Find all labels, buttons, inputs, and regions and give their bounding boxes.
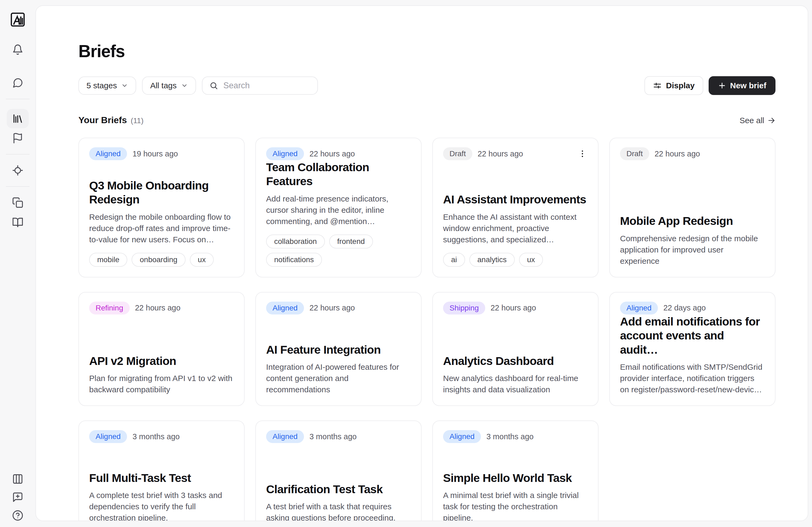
brief-title: Mobile App Redesign: [620, 214, 765, 228]
brief-card-body: AI Feature Integration Integration of AI…: [266, 343, 411, 395]
brief-timestamp: 22 hours ago: [655, 149, 700, 158]
notifications-bell-icon[interactable]: [12, 44, 24, 56]
brief-card-header: Shipping 22 hours ago: [443, 302, 588, 315]
sidebar-divider: [6, 186, 30, 187]
brief-timestamp: 22 hours ago: [135, 303, 180, 312]
brief-card-header: Aligned 22 hours ago: [266, 147, 411, 160]
brief-tags: mobileonboardingux: [89, 253, 234, 267]
sidebar-divider: [6, 99, 30, 99]
brief-card[interactable]: Aligned 22 days ago Add email notificati…: [609, 292, 775, 406]
brief-tag: ai: [443, 253, 465, 267]
brief-timestamp: 19 hours ago: [132, 149, 178, 158]
sidebar-item-library-active[interactable]: [7, 109, 29, 128]
plus-icon: [718, 81, 726, 90]
search-box: [202, 76, 318, 95]
toolbar-actions: Display New brief: [644, 76, 775, 95]
brief-timestamp: 22 days ago: [663, 303, 706, 312]
brief-card[interactable]: Aligned 3 months ago Clarification Test …: [255, 420, 422, 521]
brief-title: Simple Hello World Task: [443, 471, 588, 485]
brief-card-body: Add email notifications for account even…: [620, 315, 765, 395]
tags-filter-dropdown[interactable]: All tags: [142, 76, 196, 95]
sidebar-divider: [6, 154, 30, 154]
search-input[interactable]: [223, 80, 310, 91]
feedback-message-plus-icon[interactable]: [12, 491, 24, 503]
brief-card-body: Simple Hello World Task A minimal test b…: [443, 471, 588, 521]
brief-card[interactable]: Aligned 3 months ago Full Multi-Task Tes…: [78, 420, 245, 521]
chevron-down-icon: [181, 82, 188, 89]
status-badge: Aligned: [443, 430, 481, 443]
brief-tag: frontend: [329, 235, 373, 249]
book-open-icon[interactable]: [12, 216, 24, 229]
brief-description: Enhance the AI assistant with context wi…: [443, 211, 588, 245]
brief-card[interactable]: Refining 22 hours ago API v2 Migration P…: [78, 292, 245, 406]
brief-card-body: AI Assistant Improvements Enhance the AI…: [443, 192, 588, 267]
brief-card-header: Aligned 3 months ago: [89, 430, 234, 443]
brief-card-body: Analytics Dashboard New analytics dashbo…: [443, 354, 588, 395]
brief-card-header: Aligned 3 months ago: [266, 430, 411, 443]
brief-card[interactable]: Draft 22 hours ago AI Assistant Improvem…: [432, 138, 598, 277]
status-badge: Aligned: [89, 430, 127, 443]
brief-title: Analytics Dashboard: [443, 354, 588, 368]
your-briefs-section-header: Your Briefs (11) See all: [78, 115, 775, 125]
card-menu-kebab-icon[interactable]: [577, 148, 588, 159]
flag-icon[interactable]: [12, 132, 24, 144]
brief-card-header: Refining 22 hours ago: [89, 302, 234, 315]
status-badge: Aligned: [89, 147, 127, 160]
brief-card-header: Draft 22 hours ago: [443, 147, 588, 160]
tags-filter-label: All tags: [150, 81, 176, 90]
your-briefs-count: (11): [131, 117, 144, 125]
brief-description: A test brief with a task that requires a…: [266, 501, 411, 521]
brief-card[interactable]: Aligned 22 hours ago Team Collaboration …: [255, 138, 422, 277]
display-button[interactable]: Display: [644, 76, 703, 95]
brief-description: Plan for migrating from API v1 to v2 wit…: [89, 373, 234, 395]
your-briefs-see-all-link[interactable]: See all: [740, 116, 775, 125]
see-all-label: See all: [740, 116, 764, 125]
brief-card[interactable]: Aligned 22 hours ago AI Feature Integrat…: [255, 292, 422, 406]
brief-card-body: API v2 Migration Plan for migrating from…: [89, 354, 234, 395]
brief-title: API v2 Migration: [89, 354, 234, 368]
your-briefs-title: Your Briefs: [78, 115, 127, 125]
arrow-right-icon: [767, 117, 775, 124]
controls-row: 5 stages All tags: [78, 76, 775, 95]
status-badge: Aligned: [266, 147, 304, 160]
brief-card-body: Full Multi-Task Test A complete test bri…: [89, 471, 234, 521]
search-icon: [209, 81, 218, 90]
status-badge: Aligned: [620, 302, 658, 315]
new-brief-button[interactable]: New brief: [709, 76, 775, 95]
brief-title: AI Assistant Improvements: [443, 192, 588, 206]
brief-timestamp: 3 months ago: [309, 432, 357, 441]
brief-card[interactable]: Draft 22 hours ago Mobile App Redesign C…: [609, 138, 775, 277]
sidebar: [0, 0, 35, 527]
brief-card-header: Draft 22 hours ago: [620, 147, 765, 160]
sidebar-bottom-group: [12, 473, 24, 522]
briefs-grid: Aligned 19 hours ago Q3 Mobile Onboardin…: [78, 138, 775, 521]
columns-icon[interactable]: [12, 473, 24, 485]
brief-card-body: Clarification Test Task A test brief wit…: [266, 482, 411, 521]
brief-card-header: Aligned 3 months ago: [443, 430, 588, 443]
status-badge: Aligned: [266, 430, 304, 443]
copy-icon[interactable]: [12, 196, 24, 209]
brief-description: Redesign the mobile onboarding flow to r…: [89, 211, 234, 245]
brief-card[interactable]: Shipping 22 hours ago Analytics Dashboar…: [432, 292, 598, 406]
brief-tags: collaborationfrontendnotifications: [266, 235, 411, 267]
stages-filter-dropdown[interactable]: 5 stages: [78, 76, 136, 95]
brief-tag: ux: [190, 253, 214, 267]
brief-timestamp: 22 hours ago: [309, 303, 355, 312]
app-logo-icon[interactable]: [9, 11, 27, 28]
library-icon: [12, 113, 23, 124]
main-panel: Briefs 5 stages All tags: [35, 5, 808, 521]
brief-tags: aianalyticsux: [443, 253, 588, 267]
brief-timestamp: 22 hours ago: [309, 149, 355, 158]
brief-title: Full Multi-Task Test: [89, 471, 234, 485]
brief-card[interactable]: Aligned 3 months ago Simple Hello World …: [432, 420, 598, 521]
brief-card[interactable]: Aligned 19 hours ago Q3 Mobile Onboardin…: [78, 138, 245, 277]
brief-card-header: Aligned 22 hours ago: [266, 302, 411, 315]
brief-tag: analytics: [469, 253, 515, 267]
brief-card-body: Mobile App Redesign Comprehensive redesi…: [620, 214, 765, 267]
brief-timestamp: 22 hours ago: [491, 303, 536, 312]
locate-crosshair-icon[interactable]: [12, 164, 24, 177]
help-icon[interactable]: [12, 509, 24, 522]
chat-bubble-icon[interactable]: [12, 77, 24, 89]
brief-title: Team Collaboration Features: [266, 160, 411, 189]
brief-description: A minimal test brief with a single trivi…: [443, 490, 588, 521]
